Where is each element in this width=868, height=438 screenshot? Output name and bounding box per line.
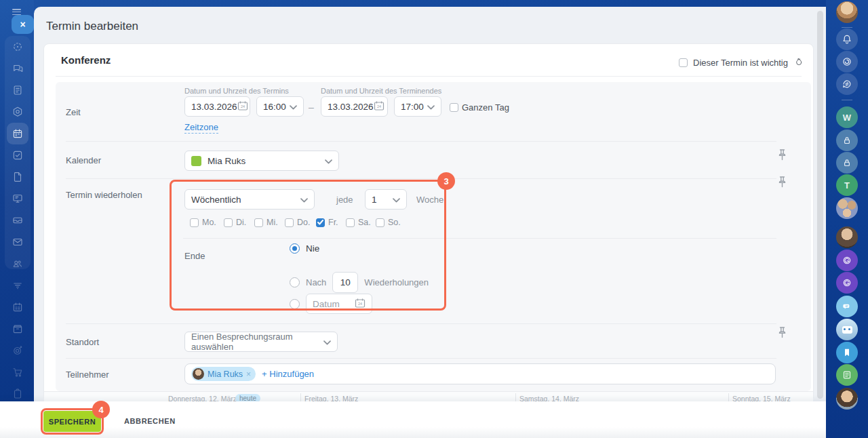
zeit-label: Zeit	[66, 107, 81, 117]
lock-icon[interactable]	[836, 152, 858, 174]
calendar-alt-icon[interactable]	[7, 296, 28, 318]
important-label: Dieser Termin ist wichtig	[693, 58, 788, 68]
modal-title: Termin bearbeiten	[46, 20, 138, 33]
end-date-value: 13.03.2026	[328, 102, 374, 112]
attendee-name: Mia Ruks	[208, 370, 243, 379]
target-icon[interactable]	[7, 340, 28, 361]
flame-icon	[793, 56, 803, 69]
bell-icon[interactable]	[836, 28, 858, 50]
app-root: × Termin bearbeiten Konferenz Dieser Ter…	[0, 0, 868, 438]
svg-text:24: 24	[241, 104, 245, 108]
attendees-input[interactable]: Mia Ruks × + Hinzufügen	[184, 363, 776, 384]
all-day-toggle[interactable]: Ganzen Tag	[450, 102, 509, 113]
g-logo-icon[interactable]	[836, 250, 858, 271]
timezone-link[interactable]: Zeitzone	[184, 122, 218, 134]
calendar-icon[interactable]	[7, 123, 28, 144]
chat-sync-icon[interactable]	[836, 73, 858, 95]
start-time-value: 16:00	[263, 102, 290, 112]
chevron-down-icon	[323, 337, 331, 347]
all-day-label: Ganzen Tag	[462, 102, 509, 113]
chat-bubbles-icon[interactable]	[836, 296, 858, 317]
bookmark-icon[interactable]	[836, 342, 858, 363]
start-time-select[interactable]: 16:00	[256, 96, 304, 117]
pin-icon[interactable]	[778, 148, 787, 164]
end-time-value: 17:00	[401, 102, 427, 112]
pin-icon[interactable]	[778, 326, 787, 342]
activity-icon[interactable]	[7, 36, 28, 58]
header-divider	[56, 76, 802, 77]
workspace-w-avatar[interactable]: W	[836, 106, 858, 128]
g-logo-icon[interactable]	[836, 272, 858, 294]
teilnehmer-label: Teilnehmer	[66, 370, 109, 380]
box-icon[interactable]	[7, 318, 28, 340]
presentation-icon[interactable]	[7, 188, 28, 210]
hamburger-icon[interactable]	[12, 9, 21, 15]
close-modal-button[interactable]: ×	[12, 15, 34, 34]
start-date-input[interactable]: 13.03.2026 24	[184, 96, 250, 117]
end-datetime-label: Datum und Uhrzeit des Terminendes	[321, 87, 441, 95]
end-time-select[interactable]: 17:00	[394, 96, 441, 117]
row-divider	[66, 178, 776, 179]
chevron-down-icon	[427, 102, 435, 112]
annotation-badge-4: 4	[92, 401, 110, 418]
repeat-label: Termin wiederholen	[66, 190, 142, 200]
standort-label: Standort	[66, 337, 99, 347]
group-avatar[interactable]	[836, 197, 858, 219]
standort-placeholder: Einen Besprechungsraum auswählen	[191, 332, 323, 352]
cancel-button[interactable]: ABBRECHEN	[124, 417, 176, 425]
time-range-dash: –	[309, 102, 314, 113]
people-icon[interactable]	[7, 253, 28, 275]
drawer-icon[interactable]	[7, 210, 28, 231]
row-divider	[66, 358, 776, 359]
cart-icon[interactable]	[7, 361, 28, 383]
robot-avatar[interactable]	[836, 319, 858, 340]
modal-scrollbar[interactable]	[817, 11, 823, 399]
attendee-avatar	[193, 368, 204, 380]
chats-icon[interactable]	[7, 58, 28, 79]
calendar-small-icon[interactable]: 24	[237, 100, 248, 113]
left-sidebar	[0, 0, 34, 438]
mail-icon[interactable]	[7, 231, 28, 253]
important-toggle[interactable]: Dieser Termin ist wichtig	[679, 56, 803, 69]
save-button[interactable]: SPEICHERN	[43, 411, 101, 432]
spiral-icon[interactable]	[836, 51, 858, 73]
event-title-input[interactable]: Konferenz	[61, 54, 111, 66]
remove-attendee-icon[interactable]: ×	[246, 370, 251, 379]
man-avatar[interactable]	[836, 388, 858, 410]
funnel-icon[interactable]	[7, 275, 28, 296]
standort-select[interactable]: Einen Besprechungsraum auswählen	[184, 332, 338, 352]
start-datetime-label: Datum und Uhrzeit des Termins	[184, 87, 289, 95]
rail-divider	[842, 100, 852, 100]
chevron-down-icon	[325, 156, 332, 166]
kalender-select[interactable]: Mia Ruks	[184, 151, 339, 171]
annotation-badge-3: 3	[437, 172, 455, 190]
start-date-value: 13.03.2026	[191, 102, 237, 112]
document-icon[interactable]	[7, 166, 28, 188]
kalender-value: Mia Ruks	[208, 156, 325, 166]
all-day-checkbox[interactable]	[450, 103, 458, 112]
row-divider	[66, 323, 776, 324]
end-date-input[interactable]: 13.03.2026 24	[321, 96, 388, 117]
kalender-label: Kalender	[66, 155, 101, 165]
notes-icon[interactable]	[7, 79, 28, 101]
workspace-t-avatar[interactable]: T	[836, 174, 858, 196]
chevron-down-icon	[290, 102, 297, 112]
svg-text:24: 24	[377, 104, 381, 108]
annotation-box-3	[170, 180, 446, 311]
robot-head	[842, 326, 852, 334]
calendar-color-swatch	[191, 156, 201, 166]
attendee-chip[interactable]: Mia Ruks ×	[191, 367, 256, 381]
person-avatar[interactable]	[836, 226, 858, 248]
add-attendee-link[interactable]: + Hinzufügen	[262, 369, 314, 379]
pin-icon[interactable]	[778, 176, 787, 191]
week-preview-strip: Donnerstag, 12. März heute Freitag, 13. …	[44, 391, 813, 402]
calendar-small-icon[interactable]: 24	[374, 100, 384, 113]
row-divider	[66, 141, 776, 142]
lock-icon[interactable]	[836, 130, 858, 151]
user-avatar[interactable]	[836, 1, 858, 23]
hexagon-icon[interactable]	[7, 101, 28, 123]
news-icon[interactable]	[836, 364, 858, 386]
tasks-icon[interactable]	[7, 144, 28, 166]
rail-divider	[842, 27, 852, 28]
important-checkbox[interactable]	[679, 58, 688, 67]
